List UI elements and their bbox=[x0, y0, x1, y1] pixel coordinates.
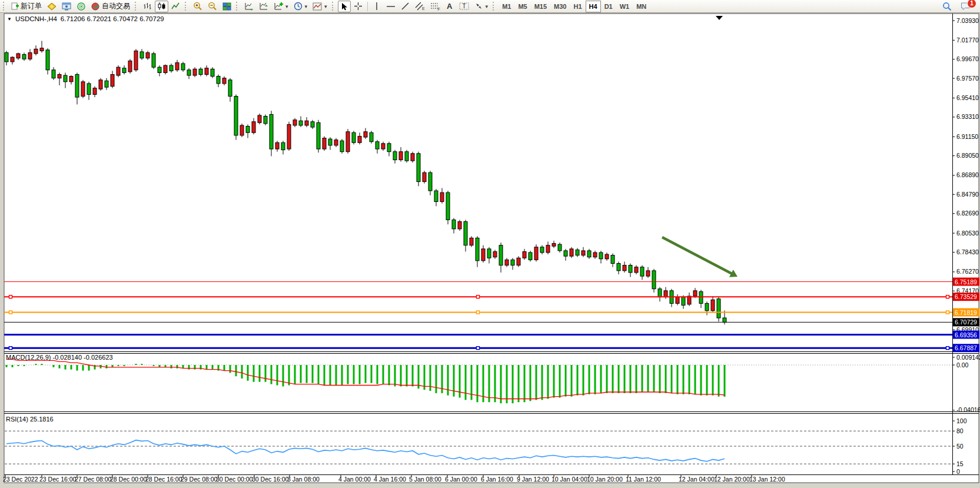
search-icon bbox=[942, 2, 952, 11]
trendline-button[interactable] bbox=[398, 1, 412, 12]
zoom-in-button[interactable] bbox=[191, 1, 205, 12]
indicators-button[interactable]: ▾ bbox=[271, 1, 291, 12]
svg-text:6.97570: 6.97570 bbox=[956, 75, 979, 82]
svg-text:6.69356: 6.69356 bbox=[955, 331, 977, 338]
gold-diamond-icon bbox=[47, 2, 57, 11]
timeframe-button-H1[interactable]: H1 bbox=[570, 1, 586, 12]
zoom-in-icon bbox=[193, 2, 202, 11]
svg-text:6 Jan 16:00: 6 Jan 16:00 bbox=[481, 476, 513, 483]
crosshair-button[interactable] bbox=[351, 1, 365, 12]
templates-button[interactable]: ▾ bbox=[310, 1, 330, 12]
svg-text:F: F bbox=[437, 7, 440, 11]
svg-text:6.78430: 6.78430 bbox=[956, 248, 979, 255]
fibonacci-button[interactable]: F bbox=[428, 1, 443, 12]
timeframe-button-M5[interactable]: M5 bbox=[514, 1, 530, 12]
svg-text:T: T bbox=[462, 3, 466, 9]
vertical-line-button[interactable] bbox=[370, 1, 383, 12]
svg-text:6.76270: 6.76270 bbox=[956, 268, 979, 275]
periods-button[interactable]: ▾ bbox=[291, 1, 310, 12]
candlestick-chart-icon bbox=[157, 2, 166, 11]
signal-widget-button[interactable] bbox=[74, 1, 88, 12]
svg-text:6.71819: 6.71819 bbox=[955, 309, 977, 316]
auto-scroll-button[interactable] bbox=[242, 1, 256, 12]
svg-text:12 Jan 04:00: 12 Jan 04:00 bbox=[679, 476, 715, 483]
candlestick-chart-button[interactable] bbox=[155, 1, 168, 12]
equidistant-channel-button[interactable]: E bbox=[413, 1, 427, 12]
chart-svg: 7.039307.017706.996706.975706.954106.933… bbox=[0, 0, 980, 488]
fibonacci-icon: F bbox=[430, 2, 440, 11]
text-button[interactable]: A bbox=[443, 1, 456, 12]
line-chart-button[interactable] bbox=[169, 1, 182, 12]
chart-ohlc-values: 6.71206 6.72021 6.70472 6.70729 bbox=[61, 15, 164, 22]
signal-icon bbox=[77, 2, 86, 11]
search-button[interactable] bbox=[940, 1, 954, 12]
monitor-widget-button[interactable] bbox=[59, 1, 74, 12]
svg-text:0.00: 0.00 bbox=[956, 361, 969, 369]
svg-text:6.75189: 6.75189 bbox=[955, 278, 977, 286]
chart-menu-triangle-icon[interactable]: ▼ bbox=[7, 16, 12, 22]
svg-text:0: 0 bbox=[956, 468, 960, 475]
timeframe-button-M15[interactable]: M15 bbox=[531, 1, 550, 12]
toolbar-grip[interactable] bbox=[236, 2, 240, 11]
svg-text:6.82690: 6.82690 bbox=[956, 210, 979, 217]
svg-text:7.03930: 7.03930 bbox=[956, 17, 979, 24]
svg-text:5 Jan 08:00: 5 Jan 08:00 bbox=[409, 476, 441, 483]
new-order-button[interactable]: 新订单 bbox=[9, 1, 44, 12]
svg-text:0.009142: 0.009142 bbox=[956, 354, 980, 361]
crosshair-icon bbox=[354, 2, 363, 11]
chevron-down-icon: ▾ bbox=[486, 4, 489, 9]
arrows-button[interactable]: ▾ bbox=[472, 1, 491, 12]
timeframe-button-MN[interactable]: MN bbox=[633, 1, 650, 12]
chevron-down-icon: ▾ bbox=[305, 4, 308, 9]
cursor-icon bbox=[340, 2, 348, 11]
bar-chart-button[interactable] bbox=[141, 1, 154, 12]
toolbar-separator bbox=[367, 2, 368, 11]
svg-text:6.73529: 6.73529 bbox=[955, 293, 977, 300]
notification-badge: 1 bbox=[967, 0, 976, 8]
chevron-down-icon: ▾ bbox=[324, 4, 327, 9]
timeframe-button-W1[interactable]: W1 bbox=[616, 1, 633, 12]
toolbar-grip[interactable] bbox=[185, 2, 188, 11]
svg-text:10 Jan 20:00: 10 Jan 20:00 bbox=[587, 476, 623, 483]
chart-shift-icon bbox=[259, 2, 268, 11]
timeframe-button-M1[interactable]: M1 bbox=[499, 1, 514, 12]
svg-text:6.95410: 6.95410 bbox=[956, 94, 979, 101]
auto-trading-button[interactable]: 自动交易 bbox=[89, 1, 132, 12]
horizontal-line-icon bbox=[386, 2, 396, 11]
chevron-down-icon: ▾ bbox=[285, 4, 288, 9]
svg-text:6.99670: 6.99670 bbox=[956, 55, 979, 62]
timeframe-button-H4[interactable]: H4 bbox=[586, 1, 601, 12]
svg-text:30 Dec 00:00: 30 Dec 00:00 bbox=[216, 476, 253, 483]
toolbar-grip[interactable] bbox=[135, 2, 138, 11]
gold-widget-button[interactable] bbox=[45, 1, 59, 12]
svg-text:29 Dec 08:00: 29 Dec 08:00 bbox=[181, 476, 218, 483]
timeframe-toolbar: M1M5M15M30H1H4D1W1MN bbox=[499, 1, 650, 12]
line-chart-icon bbox=[171, 2, 180, 11]
chart-shift-button[interactable] bbox=[257, 1, 271, 12]
auto-trading-label: 自动交易 bbox=[102, 1, 130, 11]
tile-windows-icon bbox=[222, 2, 231, 11]
svg-text:6.86890: 6.86890 bbox=[956, 171, 979, 178]
trading-terminal: { "toolbar": { "new_order_label": "新订单",… bbox=[0, 0, 980, 488]
channel-icon: E bbox=[415, 2, 425, 11]
vertical-line-icon bbox=[373, 2, 380, 11]
tile-windows-button[interactable] bbox=[220, 1, 234, 12]
svg-text:4 Jan 00:00: 4 Jan 00:00 bbox=[338, 476, 371, 483]
text-label-button[interactable]: T bbox=[457, 1, 471, 12]
toolbar-grip[interactable] bbox=[332, 2, 335, 11]
notifications-button[interactable]: 1 bbox=[958, 1, 973, 12]
new-order-icon bbox=[11, 2, 19, 10]
timeframe-button-M30[interactable]: M30 bbox=[550, 1, 570, 12]
svg-text:6.89050: 6.89050 bbox=[956, 152, 979, 159]
svg-text:6.91150: 6.91150 bbox=[956, 133, 978, 140]
toolbar-grip[interactable] bbox=[493, 2, 496, 11]
chart-title: ▼ USDCNH-,H4 6.71206 6.72021 6.70472 6.7… bbox=[7, 15, 164, 22]
horizontal-line-button[interactable] bbox=[384, 1, 398, 12]
svg-text:6 Jan 00:00: 6 Jan 00:00 bbox=[445, 476, 477, 483]
toolbar-grip[interactable] bbox=[3, 2, 6, 11]
text-label-icon: T bbox=[459, 2, 469, 11]
zoom-out-button[interactable] bbox=[205, 1, 220, 12]
auto-trading-icon bbox=[91, 2, 100, 11]
timeframe-button-D1[interactable]: D1 bbox=[601, 1, 616, 12]
cursor-button[interactable] bbox=[338, 1, 351, 12]
